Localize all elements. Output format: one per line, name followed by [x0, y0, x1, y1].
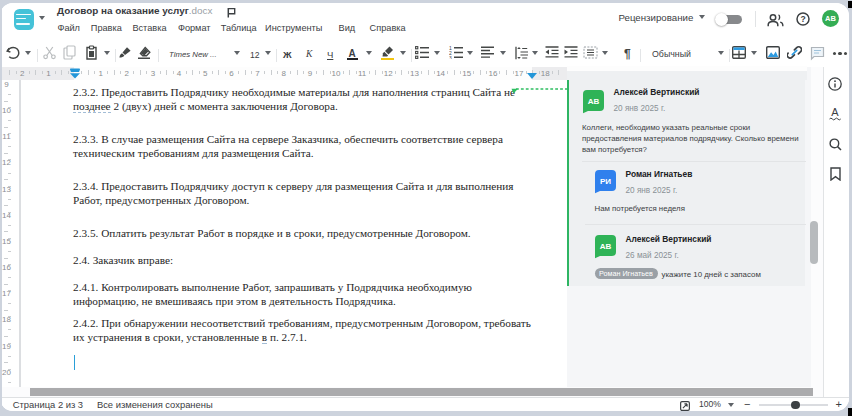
svg-text:АВ: АВ — [588, 97, 600, 106]
svg-text:РИ: РИ — [599, 177, 610, 186]
svg-text:АВ: АВ — [599, 242, 611, 251]
svg-text:3: 3 — [449, 55, 452, 60]
svg-text:А: А — [831, 106, 839, 118]
svg-text:?: ? — [800, 14, 805, 24]
